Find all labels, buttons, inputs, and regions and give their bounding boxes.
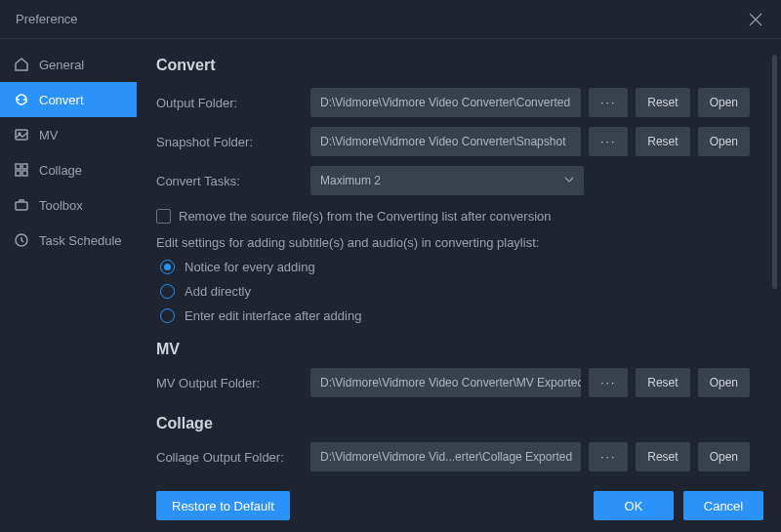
svg-rect-5 xyxy=(22,171,27,176)
snapshot-folder-path[interactable]: D:\Vidmore\Vidmore Video Converter\Snaps… xyxy=(310,127,581,156)
sidebar-item-label: MV xyxy=(39,128,59,143)
radio-notice-label: Notice for every adding xyxy=(185,260,315,274)
section-title-collage: Collage xyxy=(156,415,750,432)
sidebar-item-toolbox[interactable]: Toolbox xyxy=(0,187,137,223)
grid-icon xyxy=(14,162,29,178)
svg-rect-3 xyxy=(22,164,27,169)
radio-enter-edit-label: Enter edit interface after adding xyxy=(185,308,361,323)
sidebar-item-label: General xyxy=(39,58,84,72)
output-folder-browse-button[interactable]: ··· xyxy=(589,88,628,117)
snapshot-folder-browse-button[interactable]: ··· xyxy=(589,127,628,156)
radio-enter-edit[interactable] xyxy=(160,308,175,323)
clock-icon xyxy=(14,232,29,248)
snapshot-folder-reset-button[interactable]: Reset xyxy=(636,127,689,156)
edit-settings-help: Edit settings for adding subtitle(s) and… xyxy=(156,235,750,250)
restore-default-button[interactable]: Restore to Default xyxy=(156,491,290,520)
mv-output-folder-label: MV Output Folder: xyxy=(156,376,303,390)
output-folder-path[interactable]: D:\Vidmore\Vidmore Video Converter\Conve… xyxy=(310,88,581,117)
mv-output-open-button[interactable]: Open xyxy=(698,368,750,397)
snapshot-folder-open-button[interactable]: Open xyxy=(698,127,750,156)
svg-rect-6 xyxy=(16,202,27,210)
remove-source-checkbox[interactable] xyxy=(156,209,171,224)
window-title: Preference xyxy=(16,12,78,26)
refresh-icon xyxy=(14,92,29,107)
convert-tasks-label: Convert Tasks: xyxy=(156,174,303,188)
ok-button[interactable]: OK xyxy=(594,491,674,520)
sidebar: General Convert MV Collage Toolbox Task … xyxy=(0,39,137,532)
svg-rect-2 xyxy=(16,164,21,169)
output-folder-open-button[interactable]: Open xyxy=(698,88,750,117)
collage-output-folder-label: Collage Output Folder: xyxy=(156,450,303,465)
radio-add-directly[interactable] xyxy=(160,284,175,299)
toolbox-icon xyxy=(14,197,29,213)
mv-output-folder-path[interactable]: D:\Vidmore\Vidmore Video Converter\MV Ex… xyxy=(310,368,581,397)
svg-rect-4 xyxy=(16,171,21,176)
home-icon xyxy=(14,57,29,72)
convert-tasks-select[interactable]: Maximum 2 xyxy=(310,166,584,195)
titlebar: Preference xyxy=(0,0,781,39)
collage-output-open-button[interactable]: Open xyxy=(698,442,750,471)
convert-tasks-value: Maximum 2 xyxy=(320,174,381,187)
output-folder-reset-button[interactable]: Reset xyxy=(636,88,689,117)
radio-notice[interactable] xyxy=(160,260,175,274)
collage-output-reset-button[interactable]: Reset xyxy=(636,442,689,471)
output-folder-label: Output Folder: xyxy=(156,96,303,110)
section-title-mv: MV xyxy=(156,341,750,358)
scrollbar[interactable] xyxy=(772,55,777,289)
cancel-button[interactable]: Cancel xyxy=(683,491,763,520)
sidebar-item-label: Task Schedule xyxy=(39,233,122,248)
sidebar-item-collage[interactable]: Collage xyxy=(0,152,137,187)
footer: Restore to Default OK Cancel xyxy=(156,481,763,520)
collage-output-browse-button[interactable]: ··· xyxy=(589,442,628,471)
mv-output-browse-button[interactable]: ··· xyxy=(589,368,628,397)
collage-output-folder-path[interactable]: D:\Vidmore\Vidmore Vid...erter\Collage E… xyxy=(310,442,581,471)
sidebar-item-mv[interactable]: MV xyxy=(0,117,137,152)
remove-source-label: Remove the source file(s) from the Conve… xyxy=(179,209,552,224)
sidebar-item-task-schedule[interactable]: Task Schedule xyxy=(0,223,137,258)
radio-add-directly-label: Add directly xyxy=(185,284,251,299)
sidebar-item-label: Convert xyxy=(39,93,84,107)
content-panel: Convert Output Folder: D:\Vidmore\Vidmor… xyxy=(137,39,781,532)
close-icon[interactable] xyxy=(746,10,765,29)
section-title-convert: Convert xyxy=(156,57,750,74)
image-icon xyxy=(14,127,29,143)
sidebar-item-label: Toolbox xyxy=(39,198,83,213)
mv-output-reset-button[interactable]: Reset xyxy=(636,368,689,397)
snapshot-folder-label: Snapshot Folder: xyxy=(156,135,303,149)
sidebar-item-label: Collage xyxy=(39,163,82,178)
sidebar-item-general[interactable]: General xyxy=(0,47,137,82)
sidebar-item-convert[interactable]: Convert xyxy=(0,82,137,117)
chevron-down-icon xyxy=(564,174,574,187)
